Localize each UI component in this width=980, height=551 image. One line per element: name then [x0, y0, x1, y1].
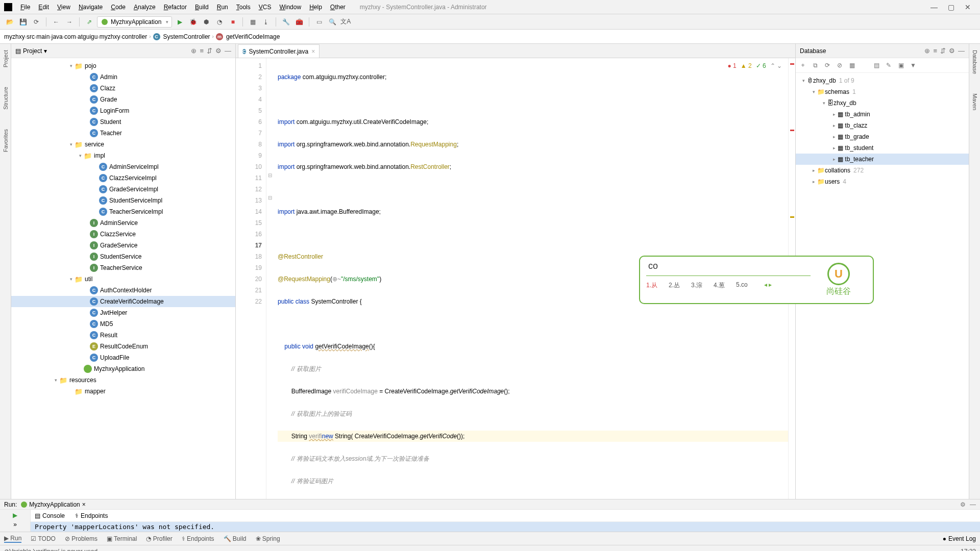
menu-window[interactable]: Window: [275, 2, 305, 13]
tree-item[interactable]: IAdminService: [11, 217, 235, 229]
db-refresh-icon[interactable]: ⟳: [822, 60, 832, 70]
run-more-icon[interactable]: »: [13, 521, 17, 528]
tree-item[interactable]: IGradeService: [11, 240, 235, 251]
tree-item[interactable]: CResult: [11, 330, 235, 341]
db-settings-icon[interactable]: ⚙: [949, 47, 955, 55]
db-add-icon[interactable]: +: [798, 60, 808, 70]
ime-candidate[interactable]: 3.淙: [691, 281, 702, 290]
profile-icon[interactable]: ◔: [214, 16, 225, 28]
locate-icon[interactable]: ⊕: [191, 47, 197, 55]
breadcrumb-class[interactable]: SystemController: [163, 33, 210, 40]
stop-icon[interactable]: ■: [227, 16, 238, 28]
breadcrumb-item[interactable]: java: [52, 33, 63, 40]
bottom-tab-todo[interactable]: ☑ TODO: [31, 535, 56, 543]
breadcrumb-item[interactable]: myzhxy: [4, 33, 25, 40]
ime-candidate[interactable]: 1.从: [646, 281, 657, 290]
tree-item[interactable]: ▾impl: [11, 150, 235, 161]
db-stop-icon[interactable]: ⊘: [835, 60, 845, 70]
ime-input[interactable]: co: [646, 261, 811, 276]
run-icon[interactable]: ▶: [174, 16, 185, 28]
save-icon[interactable]: 💾: [17, 16, 29, 28]
tree-item[interactable]: CClazz: [11, 83, 235, 94]
close-button[interactable]: ✕: [965, 3, 971, 11]
project-tab[interactable]: Project: [2, 48, 10, 69]
tree-item[interactable]: CStudentServiceImpl: [11, 195, 235, 206]
sync-icon[interactable]: ⟳: [31, 16, 42, 28]
db-hide-icon[interactable]: —: [958, 47, 965, 55]
debug-icon[interactable]: 🐞: [187, 16, 199, 28]
search-icon[interactable]: 🔍: [327, 16, 338, 28]
tree-item[interactable]: ▾util: [11, 273, 235, 285]
tree-item[interactable]: IClazzService: [11, 229, 235, 240]
rerun-icon[interactable]: ▶: [13, 512, 17, 519]
run-hide-icon[interactable]: —: [970, 501, 976, 508]
menu-analyze[interactable]: Analyze: [130, 2, 160, 13]
db-jump-icon[interactable]: ▤: [871, 60, 881, 70]
db-table[interactable]: ▸▦ tb_grade: [796, 131, 969, 142]
attach-icon[interactable]: ⭳: [260, 16, 272, 28]
tree-item[interactable]: ▾pojo: [11, 60, 235, 71]
database-tab[interactable]: Database: [971, 48, 979, 76]
tree-item[interactable]: MyzhxyApplication: [11, 363, 235, 374]
tree-item[interactable]: CCreateVerifiCodeImage: [11, 296, 235, 307]
ime-popup[interactable]: co 1.从2.丛3.淙4.葱5.co◂ ▸ U 尚硅谷: [639, 256, 874, 304]
db-table[interactable]: ▸▦ tb_teacher: [796, 154, 969, 165]
menu-view[interactable]: View: [53, 2, 75, 13]
event-log-button[interactable]: ● Event Log: [943, 535, 976, 542]
wrench-icon[interactable]: 🔧: [280, 16, 291, 28]
db-copy-icon[interactable]: ⧉: [810, 60, 820, 70]
maximize-button[interactable]: ▢: [948, 3, 954, 11]
collapse-icon[interactable]: ⇵: [207, 47, 212, 55]
back-icon[interactable]: ←: [51, 16, 62, 28]
bottom-tab-profiler[interactable]: ◔ Profiler: [146, 535, 172, 543]
tree-item[interactable]: CTeacher: [11, 128, 235, 139]
breadcrumb-item[interactable]: com: [64, 33, 76, 40]
bottom-tab-endpoints[interactable]: ⚕ Endpoints: [182, 535, 214, 543]
tree-item[interactable]: CLoginForm: [11, 105, 235, 116]
file-tab[interactable]: C SystemController.java ×: [238, 44, 320, 58]
menu-help[interactable]: Help: [305, 2, 326, 13]
fold-column[interactable]: ⊟⊟: [266, 58, 274, 499]
ime-candidate[interactable]: 2.丛: [669, 281, 680, 290]
tree-item[interactable]: CAuthContextHolder: [11, 285, 235, 296]
coverage-icon[interactable]: ⬢: [201, 16, 212, 28]
run-settings-icon[interactable]: ⚙: [960, 501, 966, 508]
tree-item[interactable]: CStudent: [11, 116, 235, 128]
tree-item[interactable]: CTeacherServiceImpl: [11, 206, 235, 217]
bottom-tab-terminal[interactable]: ▣ Terminal: [107, 535, 137, 543]
breadcrumb-item[interactable]: myzhxy: [100, 33, 120, 40]
line-gutter[interactable]: 12345678910111213141516171819202122: [236, 58, 266, 499]
ime-candidates[interactable]: 1.从2.丛3.淙4.葱5.co◂ ▸: [646, 276, 811, 290]
structure-tab[interactable]: Structure: [2, 85, 10, 112]
run-config-dropdown[interactable]: MyzhxyApplication: [97, 16, 172, 28]
db-locate-icon[interactable]: ⊕: [924, 47, 930, 55]
db-edit-icon[interactable]: ✎: [884, 60, 894, 70]
db-collapse-icon[interactable]: ⇵: [940, 47, 946, 55]
ime-candidate[interactable]: 4.葱: [714, 281, 725, 290]
tree-item[interactable]: CClazzServiceImpl: [11, 172, 235, 184]
tree-item[interactable]: CJwtHelper: [11, 307, 235, 318]
db-table[interactable]: ▸▦ tb_clazz: [796, 120, 969, 131]
menu-other[interactable]: Other: [326, 2, 350, 13]
breadcrumb-method[interactable]: getVerifiCodeImage: [226, 33, 280, 40]
db-table[interactable]: ▸▦ tb_student: [796, 142, 969, 154]
build-icon[interactable]: ⇗: [84, 16, 95, 28]
menu-tools[interactable]: Tools: [232, 2, 255, 13]
db-console-icon[interactable]: ▣: [896, 60, 906, 70]
run-config-name[interactable]: MyzhxyApplication ×: [21, 501, 85, 508]
menu-edit[interactable]: Edit: [34, 2, 53, 13]
open-icon[interactable]: 📂: [4, 16, 15, 28]
breadcrumb-item[interactable]: controller: [122, 33, 147, 40]
tree-item[interactable]: EResultCodeEnum: [11, 341, 235, 352]
settings-icon[interactable]: ⚙: [215, 47, 222, 55]
maven-tab[interactable]: Maven: [971, 91, 979, 112]
layout-icon[interactable]: ▦: [247, 16, 258, 28]
breadcrumb-item[interactable]: src: [27, 33, 35, 40]
translate-icon[interactable]: 文A: [340, 16, 351, 28]
menu-file[interactable]: File: [16, 2, 34, 13]
tree-item[interactable]: CAdminServiceImpl: [11, 161, 235, 172]
console-output[interactable]: Property 'mapperLocations' was not speci…: [31, 522, 980, 532]
tree-item[interactable]: ▾service: [11, 139, 235, 150]
tree-item[interactable]: CGradeServiceImpl: [11, 184, 235, 195]
expand-icon[interactable]: ≡: [200, 47, 204, 55]
